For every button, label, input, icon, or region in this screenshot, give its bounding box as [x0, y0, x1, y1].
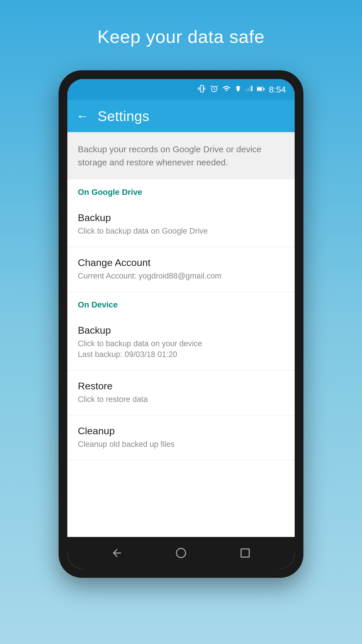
svg-rect-5 — [257, 88, 262, 90]
navigation-bar — [67, 537, 295, 569]
svg-rect-3 — [251, 86, 252, 91]
google-drive-section-header: On Google Drive — [67, 179, 295, 202]
svg-rect-0 — [246, 89, 247, 91]
cleanup-title: Cleanup — [78, 425, 284, 437]
vibrate-icon — [198, 85, 206, 95]
nav-home-button[interactable] — [175, 547, 187, 559]
google-drive-label: On Google Drive — [78, 188, 142, 197]
svg-rect-2 — [249, 87, 251, 91]
cleanup-item[interactable]: Cleanup Cleanup old backed up files — [67, 415, 295, 460]
change-account-item[interactable]: Change Account Current Account: yogdroid… — [67, 247, 295, 292]
nav-back-button[interactable] — [111, 547, 123, 559]
nav-recent-button[interactable] — [239, 547, 251, 559]
svg-rect-1 — [248, 88, 249, 91]
backup-device-subtitle: Click to backup data on your device Last… — [78, 338, 284, 360]
cleanup-subtitle: Cleanup old backed up files — [78, 439, 284, 450]
on-device-section-header: On Device — [67, 292, 295, 315]
phone-frame: 8:54 ← Settings Backup your records on G… — [59, 70, 303, 578]
backup-gdrive-item[interactable]: Backup Click to backup data on Google Dr… — [67, 202, 295, 247]
restore-item[interactable]: Restore Click to restore data — [67, 370, 295, 415]
phone-screen: 8:54 ← Settings Backup your records on G… — [67, 79, 295, 569]
status-bar: 8:54 — [67, 79, 295, 100]
on-device-label: On Device — [78, 300, 118, 309]
change-account-subtitle: Current Account: yogdroid88@gmail.com — [78, 271, 284, 282]
backup-gdrive-subtitle: Click to backup data on Google Drive — [78, 226, 284, 237]
page-title: Keep your data safe — [97, 26, 265, 47]
signal-icon — [235, 85, 242, 94]
svg-rect-6 — [263, 88, 264, 90]
backup-device-item[interactable]: Backup Click to backup data on your devi… — [67, 315, 295, 371]
wifi-icon — [222, 85, 231, 95]
description-section: Backup your records on Google Drive or d… — [67, 132, 295, 179]
app-bar-title: Settings — [98, 108, 149, 124]
content-area: Backup your records on Google Drive or d… — [67, 132, 295, 537]
svg-rect-8 — [241, 549, 249, 557]
back-button[interactable]: ← — [76, 109, 89, 123]
backup-gdrive-title: Backup — [78, 212, 284, 223]
battery-icon — [257, 85, 265, 94]
description-text: Backup your records on Google Drive or d… — [78, 144, 261, 167]
change-account-title: Change Account — [78, 257, 284, 268]
restore-subtitle: Click to restore data — [78, 394, 284, 405]
backup-device-title: Backup — [78, 325, 284, 336]
alarm-icon — [210, 85, 218, 95]
status-time: 8:54 — [269, 85, 286, 94]
status-icons: 8:54 — [198, 85, 286, 95]
app-bar: ← Settings — [67, 100, 295, 132]
restore-title: Restore — [78, 380, 284, 392]
signal-bars-icon — [246, 85, 253, 94]
svg-point-7 — [176, 548, 186, 558]
